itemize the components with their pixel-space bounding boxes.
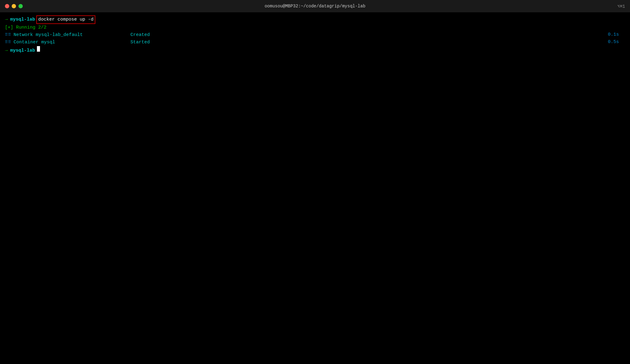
command-line: → mysql-lab docker compose up -d (5, 15, 625, 24)
network-time: 0.1s (608, 31, 619, 38)
running-text: [+] Running 2/2 (5, 24, 46, 31)
prompt-dir-1: mysql-lab (10, 16, 35, 23)
network-status: Created (130, 31, 192, 39)
title-bar: oomusou@MBP32:~/code/datagrip/mysql-lab … (0, 0, 630, 12)
command-text[interactable]: docker compose up -d (36, 15, 95, 24)
running-line: [+] Running 2/2 (5, 24, 625, 31)
prompt-arrow-2: → (5, 47, 8, 54)
network-line: ⠿⠿ Network mysql-lab_default Created 0.1… (5, 31, 625, 39)
traffic-lights (5, 4, 23, 8)
container-time: 0.5s (608, 39, 619, 46)
container-resource: Container mysql (14, 39, 130, 46)
container-status: Started (130, 39, 192, 46)
prompt-arrow-1: → (5, 16, 8, 23)
cursor (37, 46, 40, 52)
close-button[interactable] (5, 4, 9, 8)
terminal-body: → mysql-lab docker compose up -d [+] Run… (0, 12, 630, 57)
new-prompt-line[interactable]: → mysql-lab (5, 46, 625, 54)
prompt-dir-2: mysql-lab (10, 47, 35, 54)
dots-icon-1: ⠿⠿ (5, 32, 11, 38)
network-output-line: ⠿⠿ Network mysql-lab_default Created (5, 31, 625, 39)
dots-icon-2: ⠿⠿ (5, 39, 11, 46)
network-resource: Network mysql-lab_default (14, 31, 130, 39)
window-title: oomusou@MBP32:~/code/datagrip/mysql-lab (265, 4, 365, 9)
container-output-line: ⠿⠿ Container mysql Started (5, 39, 625, 46)
container-line: ⠿⠿ Container mysql Started 0.5s (5, 39, 625, 46)
keyboard-shortcut: ⌥⌘1 (617, 4, 625, 9)
maximize-button[interactable] (18, 4, 23, 8)
minimize-button[interactable] (12, 4, 16, 8)
